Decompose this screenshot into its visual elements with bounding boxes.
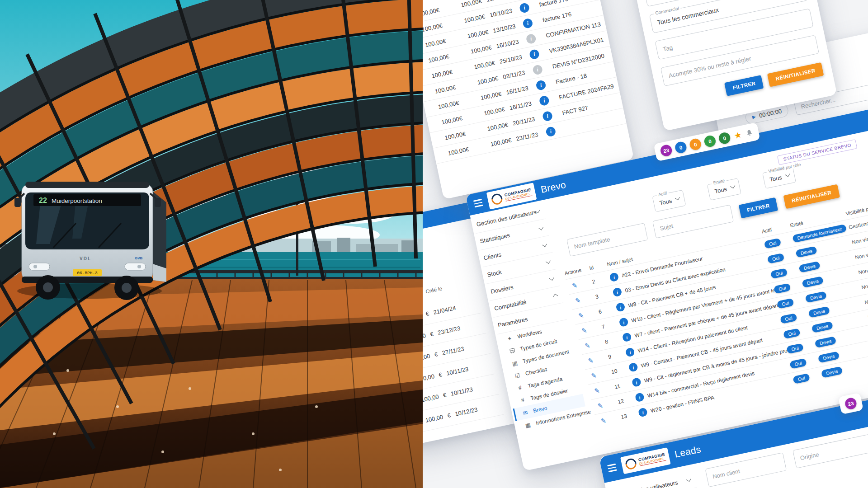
info-icon[interactable]: i (612, 287, 623, 297)
info-icon[interactable]: i (635, 392, 645, 403)
row-id: 3 (595, 290, 614, 300)
amount-value: 100,00 (462, 91, 499, 105)
date-value: 10/12/23 (454, 406, 478, 418)
row-id: 11 (614, 380, 633, 390)
sidebar-item-label: Statistiques (479, 232, 510, 245)
active-pill[interactable]: Oui (780, 313, 797, 324)
currency-symbol: € (438, 371, 443, 378)
notifications-bell-icon[interactable] (745, 128, 754, 137)
filter-select[interactable]: Entité Tous (707, 178, 741, 201)
logo-emblem-icon (489, 192, 505, 207)
active-pill[interactable]: Oui (786, 343, 804, 354)
edit-icon[interactable]: ✎ (571, 282, 577, 290)
edit-icon[interactable]: ✎ (588, 357, 594, 365)
date-value: 23/12/23 (437, 325, 461, 336)
chevron-icon (542, 242, 547, 247)
sidebar-subitem-icon (505, 334, 514, 343)
sidebar-item-label: Clients (483, 251, 502, 262)
entity-pill[interactable]: Devis (811, 321, 834, 333)
invoice-date: 13/10/23 (491, 21, 524, 34)
reset-button[interactable]: RÉINITIALISER (767, 62, 824, 87)
invoice-date: 02/11/23 (501, 67, 534, 80)
count-badge[interactable]: 0 (718, 131, 731, 145)
select-value: Tous (714, 186, 727, 195)
active-pill[interactable]: Oui (777, 298, 794, 309)
entity-pill[interactable]: Devis (818, 351, 840, 363)
menu-icon[interactable] (473, 199, 483, 207)
edit-icon[interactable]: ✎ (578, 311, 584, 319)
filter-button[interactable]: FILTRER (724, 75, 764, 96)
amount-value: 100,00 (456, 60, 492, 74)
column-header: Visibilité par rôle (845, 200, 868, 216)
amount-left: 100,00 (427, 100, 457, 113)
filter-select[interactable]: Visibilité par rôle Tous (762, 166, 796, 189)
edit-icon[interactable]: ✎ (575, 296, 581, 305)
favorites-star-icon[interactable]: ★ (733, 130, 743, 140)
reset-button[interactable]: RÉINITIALISER (783, 184, 840, 209)
filter-button[interactable]: FILTRER (739, 197, 778, 218)
info-icon[interactable]: i (609, 272, 619, 282)
amount-value: 100,00 (446, 14, 482, 28)
active-pill[interactable]: Oui (774, 283, 791, 294)
count-badge[interactable]: 23 (844, 397, 858, 410)
count-badge[interactable]: 0 (703, 135, 717, 148)
sidebar-subitem-icon (521, 408, 530, 417)
entity-pill[interactable]: Devis (798, 261, 821, 273)
sidebar-item-label: Comptabilité (494, 298, 527, 312)
menu-icon[interactable] (607, 464, 617, 472)
active-pill[interactable]: Oui (770, 268, 788, 279)
entity-pill[interactable]: Devis (808, 306, 830, 318)
sidebar-item-label: Gestion des utilisateurs (618, 479, 679, 488)
chevron-icon (553, 294, 558, 299)
info-icon[interactable]: i (632, 377, 642, 388)
chevron-icon (538, 225, 543, 230)
edit-icon[interactable]: ✎ (597, 402, 603, 410)
entity-pill[interactable]: Devis (805, 291, 827, 303)
info-icon[interactable]: i (618, 317, 629, 328)
invoice-date: 20/11/23 (511, 113, 544, 127)
info-icon[interactable]: i (638, 407, 648, 418)
entity-pill[interactable]: Devis (795, 246, 817, 258)
edit-icon[interactable]: ✎ (594, 386, 600, 394)
entity-pill[interactable]: Devis (815, 336, 837, 348)
info-icon[interactable]: i (615, 302, 626, 312)
destination-text: Muiderpoortstation (52, 197, 102, 204)
row-id: 8 (604, 335, 623, 345)
entity-pill[interactable]: Devis (802, 276, 824, 288)
amount-left: 100,00 (434, 131, 463, 143)
count-badge[interactable]: 0 (674, 141, 688, 154)
count-badge[interactable]: 0 (689, 138, 702, 151)
edit-icon[interactable]: ✎ (585, 342, 590, 350)
select-label: Actif (656, 190, 669, 197)
info-icon[interactable]: i (625, 347, 635, 357)
active-pill[interactable]: Oui (793, 373, 810, 384)
active-pill[interactable]: Oui (789, 358, 807, 369)
page-title: Leads (674, 444, 702, 460)
edit-icon[interactable]: ✎ (591, 371, 597, 380)
edit-icon[interactable]: ✎ (581, 326, 587, 334)
select-value: Tous (769, 174, 783, 183)
row-id: 10 (611, 365, 630, 375)
invoice-date: 23/11/23 (514, 129, 547, 142)
info-icon[interactable]: i (628, 362, 638, 372)
chevron-down-icon (785, 172, 790, 177)
amount-value: 100,00 (452, 44, 489, 58)
currency-symbol: € (434, 351, 438, 358)
acompte-placeholder: Acompte 30% ou reste à régler (668, 55, 752, 79)
date-value: 10/11/23 (446, 366, 469, 377)
entity-pill[interactable]: Devis (821, 366, 843, 378)
count-badge[interactable]: 23 (660, 144, 673, 157)
play-icon[interactable]: ▶ (752, 114, 756, 119)
active-pill[interactable]: Oui (767, 253, 785, 264)
amount-left: 100,00 (424, 84, 453, 97)
filter-select[interactable]: Actif Tous (652, 190, 686, 212)
edit-icon[interactable]: ✎ (600, 417, 606, 425)
info-icon[interactable]: i (622, 332, 632, 343)
date-value: 10/11/23 (450, 386, 473, 397)
active-pill[interactable]: Oui (783, 328, 801, 339)
row-id: 13 (620, 410, 639, 420)
active-pill[interactable]: Oui (764, 238, 782, 249)
sidebar-subitem-icon (523, 421, 533, 429)
operator-text: GVB (135, 256, 143, 260)
chevron-down-icon (730, 183, 735, 188)
